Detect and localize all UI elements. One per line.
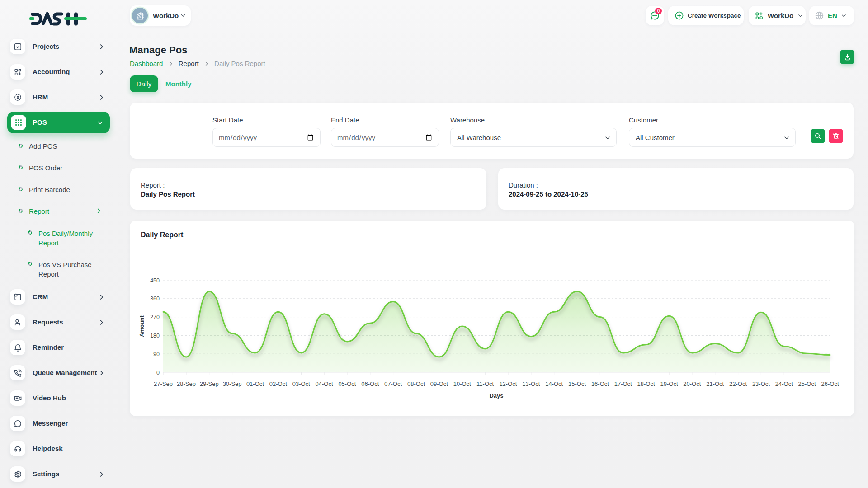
svg-text:24-Oct: 24-Oct [775,380,793,387]
svg-text:02-Oct: 02-Oct [269,380,287,387]
svg-text:26-Oct: 26-Oct [821,380,839,387]
svg-text:Days: Days [489,392,503,399]
svg-text:450: 450 [150,277,160,284]
svg-text:18-Oct: 18-Oct [637,380,655,387]
svg-text:03-Oct: 03-Oct [292,380,310,387]
svg-text:17-Oct: 17-Oct [614,380,632,387]
svg-text:14-Oct: 14-Oct [545,380,563,387]
svg-text:Amount: Amount [139,315,145,337]
svg-text:11-Oct: 11-Oct [476,380,494,387]
svg-text:01-Oct: 01-Oct [246,380,264,387]
svg-text:270: 270 [150,314,160,320]
svg-text:180: 180 [150,333,160,339]
svg-text:25-Oct: 25-Oct [798,380,816,387]
svg-text:05-Oct: 05-Oct [338,380,356,387]
svg-text:09-Oct: 09-Oct [430,380,448,387]
svg-text:06-Oct: 06-Oct [361,380,379,387]
svg-text:30-Sep: 30-Sep [223,380,242,387]
svg-text:360: 360 [150,296,160,302]
svg-text:19-Oct: 19-Oct [660,380,678,387]
svg-text:04-Oct: 04-Oct [315,380,333,387]
svg-text:21-Oct: 21-Oct [706,380,724,387]
svg-text:27-Sep: 27-Sep [154,380,173,387]
svg-text:10-Oct: 10-Oct [453,380,471,387]
svg-text:13-Oct: 13-Oct [522,380,540,387]
svg-text:23-Oct: 23-Oct [752,380,770,387]
svg-text:08-Oct: 08-Oct [407,380,425,387]
svg-text:90: 90 [153,351,160,357]
svg-text:15-Oct: 15-Oct [568,380,586,387]
svg-text:20-Oct: 20-Oct [683,380,701,387]
svg-text:12-Oct: 12-Oct [499,380,517,387]
svg-text:07-Oct: 07-Oct [384,380,402,387]
svg-text:22-Oct: 22-Oct [729,380,747,387]
svg-text:29-Sep: 29-Sep [200,380,219,387]
svg-text:0: 0 [156,370,160,376]
svg-text:28-Sep: 28-Sep [177,380,196,387]
svg-text:16-Oct: 16-Oct [591,380,609,387]
